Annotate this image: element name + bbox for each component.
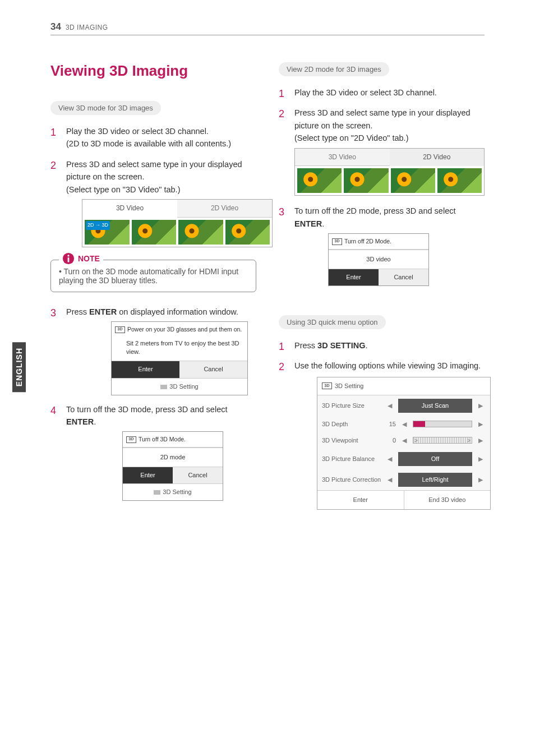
preview-image bbox=[132, 220, 177, 245]
3d-icon: 3D bbox=[332, 238, 342, 245]
step-text-bold: ENTER bbox=[66, 417, 94, 426]
step-text: Press bbox=[66, 307, 89, 316]
step-text: Use the following options while viewing … bbox=[294, 361, 481, 370]
tv-preview-box: 3D Video 2D Video bbox=[82, 199, 273, 247]
step-text: . bbox=[322, 219, 324, 228]
step-item: Press 3D and select same type in your di… bbox=[279, 107, 485, 196]
preview-image bbox=[297, 168, 342, 193]
step-item: Play the 3D video or select 3D channel. … bbox=[50, 125, 256, 150]
enter-button[interactable]: Enter bbox=[123, 467, 173, 483]
setting-value[interactable]: Just Scan bbox=[398, 399, 472, 413]
enter-button[interactable]: Enter bbox=[112, 361, 179, 377]
page-title: Viewing 3D Imaging bbox=[50, 62, 256, 80]
dialog-mode-label: 2D mode bbox=[123, 448, 223, 467]
cancel-button[interactable]: Cancel bbox=[379, 269, 428, 285]
chevron-right-icon[interactable]: ▶ bbox=[476, 475, 486, 485]
preview-image bbox=[225, 220, 270, 245]
step-text: on displayed information window. bbox=[117, 307, 238, 316]
step-text: Press 3D and select same type in your di… bbox=[66, 160, 242, 181]
step-item: Press 3D and select same type in your di… bbox=[50, 158, 256, 247]
turnoff-dialog: 3D Turn off 3D Mode. 2D mode Enter Cance… bbox=[122, 431, 223, 500]
3d-icon: 3D bbox=[322, 382, 332, 389]
right-column: View 2D mode for 3D images Play the 3D v… bbox=[279, 62, 485, 522]
setting-label: 3D Picture Balance bbox=[322, 454, 381, 464]
dialog-text: Power on your 3D glasses and put them on… bbox=[127, 325, 242, 334]
enter-button[interactable]: Enter bbox=[317, 491, 404, 509]
dialog-mode-label: 3D video bbox=[329, 250, 428, 269]
step-item: Press ENTER on displayed information win… bbox=[50, 306, 256, 395]
svg-rect-1 bbox=[68, 257, 70, 262]
3d-setting-button[interactable]: 3D Setting bbox=[123, 483, 223, 500]
note-badge: NOTE bbox=[59, 252, 103, 265]
end-3d-button[interactable]: End 3D video bbox=[404, 491, 491, 509]
chevron-left-icon[interactable]: ◀ bbox=[399, 420, 409, 429]
setting-number: 15 bbox=[385, 420, 396, 429]
subsection-pill: Using 3D quick menu option bbox=[279, 315, 386, 329]
step-text: (Select type on "3D Video" tab.) bbox=[66, 185, 180, 194]
tab-3d-video[interactable]: 3D Video bbox=[82, 200, 177, 218]
step-text: (Select type on "2D Video" tab.) bbox=[294, 133, 408, 142]
enter-button[interactable]: Enter bbox=[329, 269, 379, 285]
step-text: Play the 3D video or select 3D channel. bbox=[66, 127, 209, 136]
step-item: To turn off the 3D mode, press 3D and se… bbox=[50, 403, 256, 501]
depth-slider[interactable] bbox=[413, 421, 472, 427]
cancel-button[interactable]: Cancel bbox=[179, 361, 247, 377]
setting-label: 3D Depth bbox=[322, 420, 381, 429]
setting-value[interactable]: Left/Right bbox=[398, 473, 472, 487]
setting-value[interactable]: Off bbox=[398, 452, 472, 466]
step-item: Press 3D SETTING. bbox=[279, 339, 485, 352]
note-label: NOTE bbox=[78, 254, 100, 263]
preview-image bbox=[437, 168, 482, 193]
page-header: 34 3D IMAGING bbox=[50, 21, 485, 35]
info-icon bbox=[62, 252, 75, 265]
chevron-left-icon[interactable]: ◀ bbox=[385, 475, 395, 485]
3d-setting-button[interactable]: 3D Setting bbox=[112, 378, 247, 395]
step-text: Press bbox=[294, 341, 317, 350]
svg-point-2 bbox=[67, 255, 69, 256]
tab-2d-video[interactable]: 2D Video bbox=[177, 200, 272, 218]
3d-setting-panel: 3D 3D Setting 3D Picture Size ◀ Just Sca… bbox=[317, 377, 491, 510]
setting-label: 3D Picture Correction bbox=[322, 475, 381, 485]
step-text: Press 3D and select same type in your di… bbox=[294, 108, 471, 130]
tab-3d-video[interactable]: 3D Video bbox=[295, 149, 390, 167]
tv-preview-box: 3D Video 2D Video bbox=[294, 148, 485, 196]
step-item: To turn off the 2D mode, press 3D and se… bbox=[279, 205, 485, 285]
step-text-bold: ENTER bbox=[294, 219, 322, 228]
dialog-header: Turn off 3D Mode. bbox=[139, 435, 186, 444]
chevron-left-icon[interactable]: ◀ bbox=[385, 454, 395, 464]
step-text: . bbox=[94, 417, 96, 426]
chevron-left-icon[interactable]: ◀ bbox=[399, 436, 409, 445]
subsection-pill: View 2D mode for 3D images bbox=[279, 62, 389, 76]
step-text-bold: ENTER bbox=[89, 307, 117, 316]
page-section-title: 3D IMAGING bbox=[66, 24, 108, 31]
viewpoint-slider[interactable] bbox=[413, 437, 472, 444]
turnoff-dialog: 3D Turn off 2D Mode. 3D video Enter Canc… bbox=[328, 233, 429, 285]
setting-label: 3D Picture Size bbox=[322, 401, 381, 411]
preview-image bbox=[344, 168, 388, 193]
page-number: 34 bbox=[50, 21, 61, 33]
3d-icon: 3D bbox=[126, 436, 136, 443]
preview-image bbox=[391, 168, 435, 193]
language-tab: ENGLISH bbox=[12, 342, 26, 392]
step-item: Play the 3D video or select 3D channel. bbox=[279, 86, 485, 99]
note-item: Turn on the 3D mode automatically for HD… bbox=[59, 267, 248, 285]
left-column: Viewing 3D Imaging View 3D mode for 3D i… bbox=[50, 62, 256, 522]
preview-image bbox=[178, 220, 223, 245]
step-item: Use the following options while viewing … bbox=[279, 359, 485, 510]
chevron-left-icon[interactable]: ◀ bbox=[385, 401, 395, 411]
cancel-button[interactable]: Cancel bbox=[173, 467, 223, 483]
dialog-text: view. bbox=[126, 348, 140, 355]
chevron-right-icon[interactable]: ▶ bbox=[476, 420, 486, 429]
step-text: To turn off the 2D mode, press 3D and se… bbox=[294, 206, 455, 215]
setting-number: 0 bbox=[385, 436, 396, 445]
tab-2d-video[interactable]: 2D Video bbox=[390, 149, 485, 167]
chevron-right-icon[interactable]: ▶ bbox=[476, 454, 486, 464]
preview-image bbox=[85, 220, 130, 245]
chevron-right-icon[interactable]: ▶ bbox=[476, 436, 486, 445]
step-text: . bbox=[366, 341, 368, 350]
3d-icon: 3D bbox=[115, 326, 125, 333]
info-dialog: 3D Power on your 3D glasses and put them… bbox=[111, 321, 248, 395]
step-text: Play the 3D video or select 3D channel. bbox=[294, 88, 437, 97]
panel-title: 3D Setting bbox=[335, 381, 363, 391]
chevron-right-icon[interactable]: ▶ bbox=[476, 401, 486, 411]
